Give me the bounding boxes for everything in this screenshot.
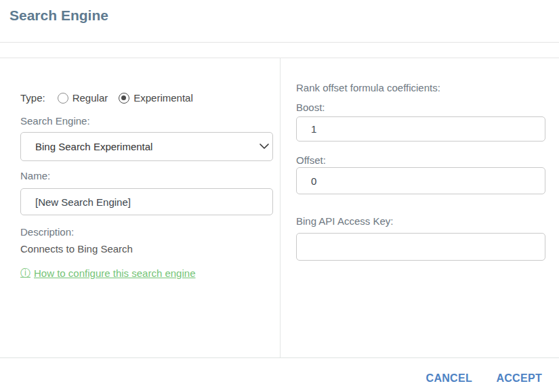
api-key-label: Bing API Access Key: <box>296 215 393 227</box>
accept-button[interactable]: ACCEPT <box>493 371 545 386</box>
offset-label: Offset: <box>296 154 326 166</box>
boost-label: Boost: <box>296 102 325 113</box>
footer-divider <box>0 357 559 358</box>
coefficients-label: Rank offset formula coefficients: <box>296 82 440 93</box>
description-label: Description: <box>20 226 74 238</box>
radio-experimental-label: Experimental <box>133 92 193 104</box>
name-label: Name: <box>20 170 50 181</box>
type-radio-group: Regular Experimental <box>58 92 204 104</box>
offset-input[interactable] <box>296 167 545 194</box>
search-engine-dialog: Search Engine Type: Regular Experimental… <box>0 0 559 392</box>
radio-regular-label: Regular <box>73 92 108 104</box>
api-key-input[interactable] <box>296 233 545 261</box>
name-input[interactable] <box>20 188 273 215</box>
page-title: Search Engine <box>9 7 108 24</box>
boost-input[interactable] <box>296 116 545 141</box>
help-link-label: How to configure this search engine <box>34 267 195 279</box>
cancel-button[interactable]: CANCEL <box>423 371 475 386</box>
info-icon: ⓘ <box>20 267 30 280</box>
search-engine-select[interactable]: Bing Search Experimental <box>20 132 273 161</box>
radio-experimental-circle[interactable] <box>119 93 129 104</box>
radio-experimental[interactable]: Experimental <box>119 92 193 104</box>
help-link[interactable]: ⓘ How to configure this search engine <box>20 267 195 280</box>
description-value: Connects to Bing Search <box>20 243 133 255</box>
radio-regular[interactable]: Regular <box>58 92 108 104</box>
panel-divider <box>280 58 281 357</box>
search-engine-label: Search Engine: <box>20 115 90 127</box>
header-divider <box>0 42 559 43</box>
type-row: Type: Regular Experimental <box>20 92 204 104</box>
type-label: Type: <box>20 92 45 104</box>
radio-regular-circle[interactable] <box>58 93 68 104</box>
